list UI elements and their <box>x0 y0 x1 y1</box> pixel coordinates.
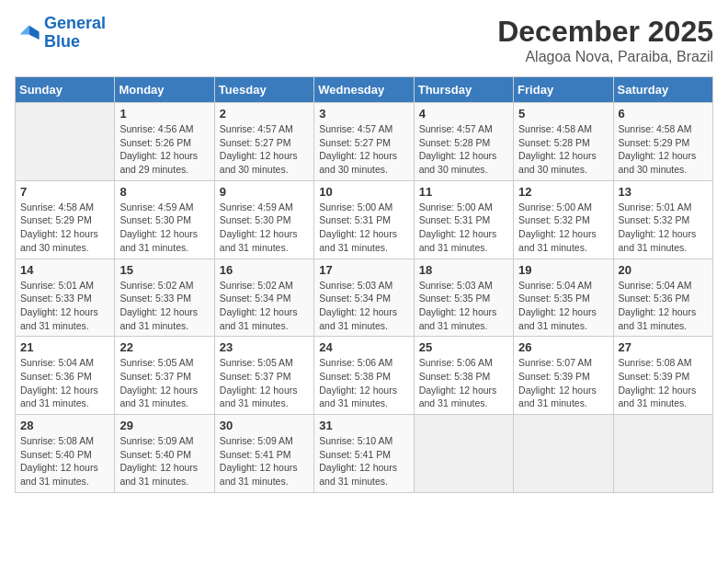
calendar-cell: 26Sunrise: 5:07 AM Sunset: 5:39 PM Dayli… <box>514 337 613 415</box>
day-number: 13 <box>619 185 708 199</box>
calendar-cell: 12Sunrise: 5:00 AM Sunset: 5:32 PM Dayli… <box>514 180 613 259</box>
title-area: December 2025 Alagoa Nova, Paraiba, Braz… <box>497 15 713 65</box>
day-number: 15 <box>119 263 209 277</box>
day-number: 8 <box>119 185 209 199</box>
calendar-cell: 21Sunrise: 5:04 AM Sunset: 5:36 PM Dayli… <box>16 337 115 415</box>
day-number: 2 <box>220 107 309 121</box>
day-number: 10 <box>319 185 408 199</box>
calendar-cell: 9Sunrise: 4:59 AM Sunset: 5:30 PM Daylig… <box>214 180 313 259</box>
calendar-week-row: 14Sunrise: 5:01 AM Sunset: 5:33 PM Dayli… <box>16 259 713 337</box>
day-number: 1 <box>119 107 209 121</box>
svg-marker-1 <box>20 25 29 34</box>
calendar-cell: 10Sunrise: 5:00 AM Sunset: 5:31 PM Dayli… <box>314 180 414 259</box>
calendar-cell: 7Sunrise: 4:58 AM Sunset: 5:29 PM Daylig… <box>16 180 115 259</box>
day-number: 5 <box>518 107 608 121</box>
day-number: 18 <box>419 263 508 277</box>
logo: General Blue <box>15 15 106 52</box>
calendar-cell <box>414 415 513 493</box>
day-info: Sunrise: 4:57 AM Sunset: 5:28 PM Dayligh… <box>419 122 508 177</box>
calendar-cell: 17Sunrise: 5:03 AM Sunset: 5:34 PM Dayli… <box>314 259 414 337</box>
location: Alagoa Nova, Paraiba, Brazil <box>497 49 713 65</box>
day-info: Sunrise: 5:09 AM Sunset: 5:40 PM Dayligh… <box>119 434 209 488</box>
day-info: Sunrise: 4:56 AM Sunset: 5:26 PM Dayligh… <box>119 122 209 177</box>
calendar-cell: 31Sunrise: 5:10 AM Sunset: 5:41 PM Dayli… <box>314 415 414 493</box>
day-number: 9 <box>220 185 309 199</box>
day-number: 31 <box>319 419 408 432</box>
day-number: 30 <box>220 419 309 432</box>
day-info: Sunrise: 5:00 AM Sunset: 5:31 PM Dayligh… <box>419 201 508 255</box>
day-number: 11 <box>419 185 508 199</box>
day-info: Sunrise: 5:02 AM Sunset: 5:33 PM Dayligh… <box>119 279 209 333</box>
day-number: 19 <box>518 263 608 277</box>
calendar-table: SundayMondayTuesdayWednesdayThursdayFrid… <box>15 76 713 493</box>
calendar-cell: 11Sunrise: 5:00 AM Sunset: 5:31 PM Dayli… <box>414 180 513 259</box>
day-info: Sunrise: 5:01 AM Sunset: 5:32 PM Dayligh… <box>619 201 708 255</box>
day-info: Sunrise: 5:08 AM Sunset: 5:39 PM Dayligh… <box>619 356 708 410</box>
calendar-cell: 15Sunrise: 5:02 AM Sunset: 5:33 PM Dayli… <box>115 259 214 337</box>
day-info: Sunrise: 4:57 AM Sunset: 5:27 PM Dayligh… <box>319 122 408 177</box>
day-info: Sunrise: 5:00 AM Sunset: 5:32 PM Dayligh… <box>518 201 608 255</box>
day-number: 16 <box>220 263 309 277</box>
svg-marker-0 <box>28 25 39 39</box>
calendar-cell: 23Sunrise: 5:05 AM Sunset: 5:37 PM Dayli… <box>214 337 313 415</box>
calendar-cell: 22Sunrise: 5:05 AM Sunset: 5:37 PM Dayli… <box>115 337 214 415</box>
calendar-cell <box>613 415 712 493</box>
weekday-header-cell: Thursday <box>414 77 513 103</box>
day-number: 21 <box>20 340 109 354</box>
day-info: Sunrise: 5:03 AM Sunset: 5:34 PM Dayligh… <box>319 279 408 333</box>
day-number: 6 <box>619 107 708 121</box>
calendar-cell: 19Sunrise: 5:04 AM Sunset: 5:35 PM Dayli… <box>514 259 613 337</box>
weekday-header-cell: Wednesday <box>314 77 414 103</box>
day-number: 24 <box>319 340 408 354</box>
calendar-cell <box>514 415 613 493</box>
month-title: December 2025 <box>497 15 713 49</box>
calendar-cell: 29Sunrise: 5:09 AM Sunset: 5:40 PM Dayli… <box>115 415 214 493</box>
weekday-header-cell: Saturday <box>613 77 712 103</box>
day-number: 26 <box>518 340 608 354</box>
day-info: Sunrise: 5:09 AM Sunset: 5:41 PM Dayligh… <box>220 434 309 488</box>
calendar-cell: 27Sunrise: 5:08 AM Sunset: 5:39 PM Dayli… <box>613 337 712 415</box>
calendar-cell: 20Sunrise: 5:04 AM Sunset: 5:36 PM Dayli… <box>613 259 712 337</box>
weekday-header-cell: Tuesday <box>214 77 313 103</box>
logo-icon <box>15 20 40 46</box>
day-info: Sunrise: 5:02 AM Sunset: 5:34 PM Dayligh… <box>220 279 309 333</box>
day-info: Sunrise: 5:10 AM Sunset: 5:41 PM Dayligh… <box>319 434 408 488</box>
weekday-header-cell: Sunday <box>16 77 115 103</box>
day-number: 29 <box>119 419 209 432</box>
calendar-cell: 18Sunrise: 5:03 AM Sunset: 5:35 PM Dayli… <box>414 259 513 337</box>
day-info: Sunrise: 4:59 AM Sunset: 5:30 PM Dayligh… <box>220 201 309 255</box>
day-info: Sunrise: 5:04 AM Sunset: 5:36 PM Dayligh… <box>20 356 109 410</box>
day-info: Sunrise: 5:07 AM Sunset: 5:39 PM Dayligh… <box>518 356 608 410</box>
day-number: 25 <box>419 340 508 354</box>
day-number: 14 <box>20 263 109 277</box>
calendar-cell: 1Sunrise: 4:56 AM Sunset: 5:26 PM Daylig… <box>115 103 214 181</box>
day-info: Sunrise: 5:05 AM Sunset: 5:37 PM Dayligh… <box>119 356 209 410</box>
calendar-cell: 8Sunrise: 4:59 AM Sunset: 5:30 PM Daylig… <box>115 180 214 259</box>
day-info: Sunrise: 5:05 AM Sunset: 5:37 PM Dayligh… <box>220 356 309 410</box>
day-number: 20 <box>619 263 708 277</box>
calendar-cell: 16Sunrise: 5:02 AM Sunset: 5:34 PM Dayli… <box>214 259 313 337</box>
day-number: 17 <box>319 263 408 277</box>
calendar-cell: 25Sunrise: 5:06 AM Sunset: 5:38 PM Dayli… <box>414 337 513 415</box>
day-number: 22 <box>119 340 209 354</box>
day-number: 23 <box>220 340 309 354</box>
day-info: Sunrise: 5:08 AM Sunset: 5:40 PM Dayligh… <box>20 434 109 488</box>
calendar-cell: 24Sunrise: 5:06 AM Sunset: 5:38 PM Dayli… <box>314 337 414 415</box>
logo-line1: General <box>44 14 106 32</box>
weekday-header-row: SundayMondayTuesdayWednesdayThursdayFrid… <box>16 77 713 103</box>
day-number: 28 <box>20 419 109 432</box>
day-info: Sunrise: 4:58 AM Sunset: 5:29 PM Dayligh… <box>619 122 708 177</box>
day-number: 27 <box>619 340 708 354</box>
day-info: Sunrise: 4:58 AM Sunset: 5:29 PM Dayligh… <box>20 201 109 255</box>
weekday-header-cell: Monday <box>115 77 214 103</box>
day-number: 12 <box>518 185 608 199</box>
weekday-header-cell: Friday <box>514 77 613 103</box>
day-info: Sunrise: 5:06 AM Sunset: 5:38 PM Dayligh… <box>319 356 408 410</box>
day-info: Sunrise: 5:04 AM Sunset: 5:35 PM Dayligh… <box>518 279 608 333</box>
calendar-cell: 3Sunrise: 4:57 AM Sunset: 5:27 PM Daylig… <box>314 103 414 181</box>
day-info: Sunrise: 4:58 AM Sunset: 5:28 PM Dayligh… <box>518 122 608 177</box>
calendar-cell: 28Sunrise: 5:08 AM Sunset: 5:40 PM Dayli… <box>16 415 115 493</box>
logo-text: General Blue <box>44 15 106 52</box>
calendar-week-row: 28Sunrise: 5:08 AM Sunset: 5:40 PM Dayli… <box>16 415 713 493</box>
day-info: Sunrise: 5:04 AM Sunset: 5:36 PM Dayligh… <box>619 279 708 333</box>
